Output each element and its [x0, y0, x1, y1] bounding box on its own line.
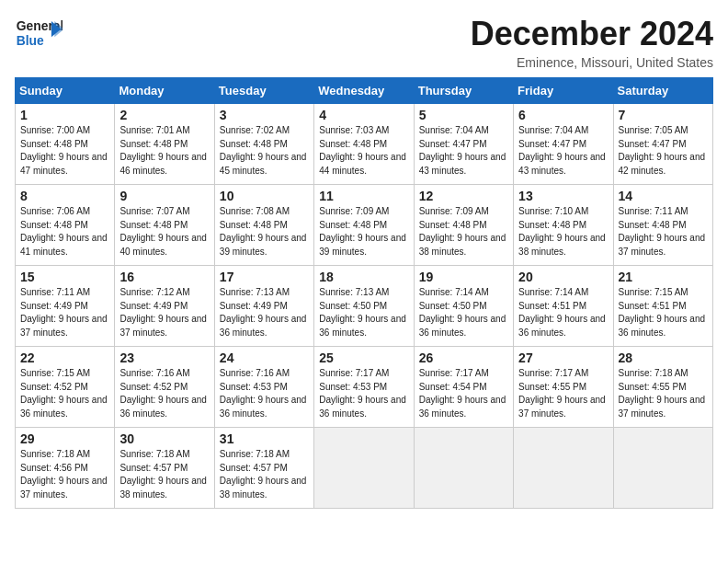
empty-cell [514, 428, 613, 509]
day-info: Sunrise: 7:17 AMSunset: 4:53 PMDaylight:… [319, 367, 408, 420]
day-number: 19 [419, 270, 508, 284]
day-number: 17 [220, 270, 309, 284]
day-number: 30 [119, 431, 209, 446]
day-info: Sunrise: 7:04 AMSunset: 4:47 PMDaylight:… [518, 124, 608, 178]
day-number: 25 [319, 350, 408, 365]
svg-text:Blue: Blue [17, 33, 44, 48]
empty-cell [414, 428, 513, 509]
logo: General Blue [15, 15, 63, 52]
month-title: December 2024 [471, 15, 713, 53]
day-cell-26: 26 Sunrise: 7:17 AMSunset: 4:54 PMDaylig… [414, 347, 513, 428]
day-number: 21 [619, 270, 708, 284]
weekday-header-thursday: Thursday [414, 78, 513, 104]
day-cell-22: 22 Sunrise: 7:15 AMSunset: 4:52 PMDaylig… [16, 347, 115, 428]
day-number: 29 [20, 431, 109, 446]
day-cell-29: 29 Sunrise: 7:18 AMSunset: 4:56 PMDaylig… [16, 428, 115, 509]
day-info: Sunrise: 7:09 AMSunset: 4:48 PMDaylight:… [419, 205, 508, 259]
day-cell-11: 11 Sunrise: 7:09 AMSunset: 4:48 PMDaylig… [314, 185, 414, 266]
day-cell-15: 15 Sunrise: 7:11 AMSunset: 4:49 PMDaylig… [16, 266, 115, 347]
day-info: Sunrise: 7:07 AMSunset: 4:48 PMDaylight:… [119, 205, 209, 259]
day-info: Sunrise: 7:15 AMSunset: 4:51 PMDaylight:… [619, 286, 708, 339]
day-info: Sunrise: 7:01 AMSunset: 4:48 PMDaylight:… [119, 124, 209, 178]
day-cell-18: 18 Sunrise: 7:13 AMSunset: 4:50 PMDaylig… [314, 266, 414, 347]
day-number: 14 [619, 189, 708, 203]
day-info: Sunrise: 7:16 AMSunset: 4:53 PMDaylight:… [220, 367, 309, 420]
day-info: Sunrise: 7:09 AMSunset: 4:48 PMDaylight:… [319, 205, 408, 259]
weekday-header-row: SundayMondayTuesdayWednesdayThursdayFrid… [16, 78, 713, 104]
calendar-row: 29 Sunrise: 7:18 AMSunset: 4:56 PMDaylig… [16, 428, 713, 509]
calendar-row: 1 Sunrise: 7:00 AMSunset: 4:48 PMDayligh… [16, 104, 713, 185]
day-info: Sunrise: 7:13 AMSunset: 4:50 PMDaylight:… [319, 286, 408, 339]
day-number: 1 [20, 108, 109, 122]
day-cell-21: 21 Sunrise: 7:15 AMSunset: 4:51 PMDaylig… [613, 266, 712, 347]
logo-icon: General Blue [15, 15, 63, 52]
day-number: 13 [518, 189, 608, 203]
day-number: 26 [419, 350, 508, 365]
day-cell-25: 25 Sunrise: 7:17 AMSunset: 4:53 PMDaylig… [314, 347, 414, 428]
day-number: 10 [220, 189, 309, 203]
day-number: 5 [419, 108, 508, 122]
day-info: Sunrise: 7:13 AMSunset: 4:49 PMDaylight:… [220, 286, 309, 339]
title-area: December 2024 Eminence, Missouri, United… [471, 15, 713, 70]
day-cell-7: 7 Sunrise: 7:05 AMSunset: 4:47 PMDayligh… [613, 104, 712, 185]
day-cell-27: 27 Sunrise: 7:17 AMSunset: 4:55 PMDaylig… [514, 347, 613, 428]
day-info: Sunrise: 7:08 AMSunset: 4:48 PMDaylight:… [220, 205, 309, 259]
day-info: Sunrise: 7:17 AMSunset: 4:55 PMDaylight:… [518, 367, 608, 420]
day-number: 6 [518, 108, 608, 122]
empty-cell [613, 428, 712, 509]
day-info: Sunrise: 7:11 AMSunset: 4:49 PMDaylight:… [20, 286, 109, 339]
calendar-body: 1 Sunrise: 7:00 AMSunset: 4:48 PMDayligh… [16, 104, 713, 509]
day-number: 9 [119, 189, 209, 203]
day-info: Sunrise: 7:14 AMSunset: 4:51 PMDaylight:… [518, 286, 608, 339]
weekday-header-tuesday: Tuesday [214, 78, 313, 104]
day-info: Sunrise: 7:14 AMSunset: 4:50 PMDaylight:… [419, 286, 508, 339]
day-cell-17: 17 Sunrise: 7:13 AMSunset: 4:49 PMDaylig… [214, 266, 313, 347]
day-number: 20 [518, 270, 608, 284]
calendar-row: 15 Sunrise: 7:11 AMSunset: 4:49 PMDaylig… [16, 266, 713, 347]
day-info: Sunrise: 7:05 AMSunset: 4:47 PMDaylight:… [619, 124, 708, 178]
day-info: Sunrise: 7:15 AMSunset: 4:52 PMDaylight:… [20, 367, 109, 420]
day-cell-13: 13 Sunrise: 7:10 AMSunset: 4:48 PMDaylig… [514, 185, 613, 266]
weekday-header-monday: Monday [115, 78, 214, 104]
day-number: 3 [220, 108, 309, 122]
day-info: Sunrise: 7:06 AMSunset: 4:48 PMDaylight:… [20, 205, 109, 259]
day-number: 8 [20, 189, 109, 203]
day-number: 22 [20, 350, 109, 365]
day-info: Sunrise: 7:02 AMSunset: 4:48 PMDaylight:… [220, 124, 309, 178]
day-number: 15 [20, 270, 109, 284]
day-info: Sunrise: 7:17 AMSunset: 4:54 PMDaylight:… [419, 367, 508, 420]
day-cell-10: 10 Sunrise: 7:08 AMSunset: 4:48 PMDaylig… [214, 185, 313, 266]
day-info: Sunrise: 7:16 AMSunset: 4:52 PMDaylight:… [119, 367, 209, 420]
calendar-row: 22 Sunrise: 7:15 AMSunset: 4:52 PMDaylig… [16, 347, 713, 428]
page-header: General Blue December 2024 Eminence, Mis… [15, 15, 713, 70]
day-cell-23: 23 Sunrise: 7:16 AMSunset: 4:52 PMDaylig… [115, 347, 214, 428]
day-cell-30: 30 Sunrise: 7:18 AMSunset: 4:57 PMDaylig… [115, 428, 214, 509]
weekday-header-wednesday: Wednesday [314, 78, 414, 104]
day-number: 18 [319, 270, 408, 284]
day-cell-8: 8 Sunrise: 7:06 AMSunset: 4:48 PMDayligh… [16, 185, 115, 266]
day-cell-12: 12 Sunrise: 7:09 AMSunset: 4:48 PMDaylig… [414, 185, 513, 266]
day-number: 24 [220, 350, 309, 365]
empty-cell [314, 428, 414, 509]
day-number: 28 [619, 350, 708, 365]
day-cell-28: 28 Sunrise: 7:18 AMSunset: 4:55 PMDaylig… [613, 347, 712, 428]
calendar-row: 8 Sunrise: 7:06 AMSunset: 4:48 PMDayligh… [16, 185, 713, 266]
day-cell-14: 14 Sunrise: 7:11 AMSunset: 4:48 PMDaylig… [613, 185, 712, 266]
day-info: Sunrise: 7:00 AMSunset: 4:48 PMDaylight:… [20, 124, 109, 178]
day-info: Sunrise: 7:18 AMSunset: 4:57 PMDaylight:… [119, 448, 209, 501]
day-number: 4 [319, 108, 408, 122]
day-number: 7 [619, 108, 708, 122]
day-info: Sunrise: 7:18 AMSunset: 4:56 PMDaylight:… [20, 448, 109, 501]
day-info: Sunrise: 7:03 AMSunset: 4:48 PMDaylight:… [319, 124, 408, 178]
day-cell-19: 19 Sunrise: 7:14 AMSunset: 4:50 PMDaylig… [414, 266, 513, 347]
day-number: 27 [518, 350, 608, 365]
day-cell-9: 9 Sunrise: 7:07 AMSunset: 4:48 PMDayligh… [115, 185, 214, 266]
day-cell-5: 5 Sunrise: 7:04 AMSunset: 4:47 PMDayligh… [414, 104, 513, 185]
day-info: Sunrise: 7:18 AMSunset: 4:57 PMDaylight:… [220, 448, 309, 501]
day-cell-31: 31 Sunrise: 7:18 AMSunset: 4:57 PMDaylig… [214, 428, 313, 509]
day-info: Sunrise: 7:18 AMSunset: 4:55 PMDaylight:… [619, 367, 708, 420]
day-cell-1: 1 Sunrise: 7:00 AMSunset: 4:48 PMDayligh… [16, 104, 115, 185]
day-cell-6: 6 Sunrise: 7:04 AMSunset: 4:47 PMDayligh… [514, 104, 613, 185]
day-cell-3: 3 Sunrise: 7:02 AMSunset: 4:48 PMDayligh… [214, 104, 313, 185]
weekday-header-saturday: Saturday [613, 78, 712, 104]
